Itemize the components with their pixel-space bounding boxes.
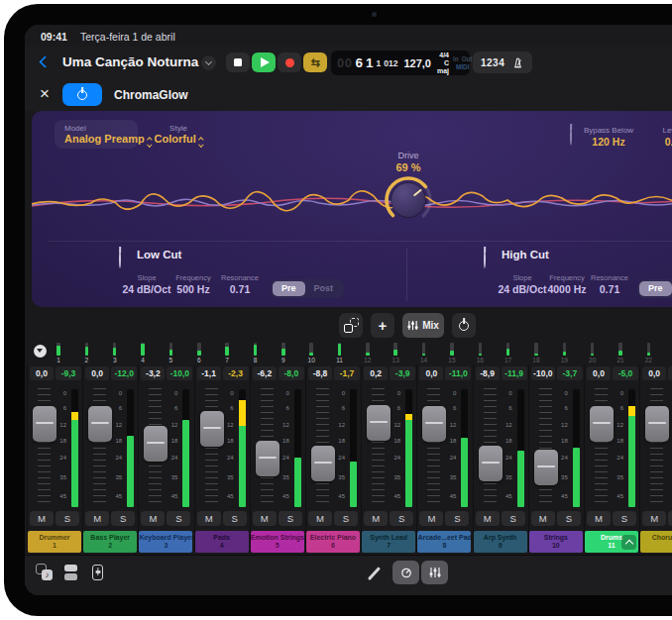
volume-value[interactable]: 0,0	[587, 366, 611, 380]
count-in-button[interactable]: 1234	[481, 57, 504, 68]
low-cut-power-icon[interactable]	[119, 251, 121, 268]
bypass-below-value[interactable]: 120 Hz	[579, 136, 638, 148]
overview-track[interactable]: 3	[105, 343, 125, 365]
mute-button[interactable]: M	[308, 511, 332, 526]
duplicate-button[interactable]	[339, 313, 363, 338]
track-name-label[interactable]: Chorus V	[640, 531, 672, 553]
channel-strip[interactable]: 0,2-3,9061218243545MSSynth Lead7	[362, 364, 417, 552]
fader-handle[interactable]	[534, 450, 558, 485]
mute-button[interactable]: M	[476, 511, 500, 526]
overview-track[interactable]: 21	[611, 343, 630, 365]
solo-button[interactable]: S	[334, 511, 358, 526]
play-button[interactable]	[252, 52, 276, 72]
channel-strip[interactable]: -10,0-3,7061218243545MSStrings10	[529, 364, 585, 552]
channel-strip[interactable]: 0,0-12,0061218243545MSBass Player2	[83, 364, 139, 552]
channel-strip[interactable]: 0,0-9,3061218243545MSDrummer1	[28, 364, 83, 552]
plugin-power-button[interactable]	[62, 83, 102, 106]
volume-value[interactable]: -1,1	[197, 366, 221, 380]
bypass-power-icon[interactable]	[570, 128, 572, 146]
overview-track[interactable]: 14	[414, 343, 434, 365]
fader-handle[interactable]	[479, 446, 503, 481]
peak-value[interactable]: -9,3	[56, 366, 81, 380]
solo-button[interactable]: S	[502, 511, 525, 526]
overview-track[interactable]: 15	[442, 343, 462, 365]
overview-track[interactable]: 7	[217, 343, 237, 365]
volume-value[interactable]: -3,2	[141, 366, 165, 380]
volume-value[interactable]: -8,8	[308, 366, 332, 380]
track-name-label[interactable]: Drums11	[585, 531, 638, 553]
solo-button[interactable]: S	[557, 511, 581, 526]
fader-handle[interactable]	[422, 406, 446, 442]
solo-button[interactable]: S	[56, 511, 79, 526]
pre-button[interactable]: Pre	[639, 281, 672, 296]
solo-button[interactable]: S	[445, 511, 469, 526]
close-icon[interactable]: ×	[40, 83, 50, 105]
high-cut-power-icon[interactable]	[484, 251, 486, 268]
channel-strip[interactable]: -6,2-8,0061218243545MSEmotion Strings5	[251, 364, 306, 552]
peak-value[interactable]: -1,7	[334, 366, 360, 380]
overview-track[interactable]: 19	[554, 343, 574, 365]
pre-button[interactable]: Pre	[273, 281, 305, 296]
volume-value[interactable]: 0,0	[85, 366, 109, 380]
low-cut-resonance-value[interactable]: 0.71	[205, 283, 275, 295]
channel-strip[interactable]: -3,2-10,0061218243545MSKeyboard Player3	[139, 364, 194, 552]
solo-button[interactable]: S	[167, 511, 190, 526]
style-value[interactable]: Colorful	[144, 133, 213, 147]
back-chevron-icon[interactable]	[39, 55, 52, 68]
pencil-icon[interactable]	[368, 567, 381, 580]
knob-view-button[interactable]	[392, 561, 419, 584]
track-name-label[interactable]: Strings10	[529, 531, 583, 553]
song-menu-button[interactable]	[201, 55, 216, 70]
peak-value[interactable]: -11,9	[502, 366, 527, 380]
track-name-label[interactable]: Bass Player2	[83, 531, 137, 553]
volume-value[interactable]: 0,0	[419, 366, 443, 380]
solo-button[interactable]: S	[111, 511, 135, 526]
peak-value[interactable]: -12,0	[111, 366, 137, 380]
track-name-label[interactable]: Emotion Strings5	[251, 531, 304, 553]
stop-button[interactable]	[226, 52, 250, 72]
overview-track[interactable]: 20	[583, 343, 603, 365]
track-name-label[interactable]: Synth Lead7	[362, 531, 415, 553]
fader-view-button[interactable]	[421, 561, 448, 584]
track-name-label[interactable]: Keyboard Player3	[139, 531, 192, 553]
overview-track[interactable]: 1	[49, 343, 68, 365]
mute-button[interactable]: M	[197, 511, 221, 526]
volume-value[interactable]: -8,9	[476, 366, 500, 380]
high-cut-resonance-value[interactable]: 0.71	[575, 283, 644, 295]
overview-track[interactable]: 6	[189, 343, 209, 365]
fader-handle[interactable]	[590, 406, 614, 442]
fader-handle[interactable]	[200, 411, 224, 447]
channel-strip[interactable]: -8,9-11,9061218243545MSArp Synth9	[474, 364, 529, 552]
volume-value[interactable]: 0,2	[364, 366, 388, 380]
peak-value[interactable]: -3,7	[557, 366, 583, 380]
channel-strip[interactable]: -8,8-1,7061218243545MSElectric Piano6	[306, 364, 362, 552]
overview-track[interactable]: 17	[499, 343, 518, 365]
peak-value[interactable]: -8,0	[279, 366, 304, 380]
overview-track[interactable]: 4	[133, 343, 153, 365]
cycle-button[interactable]: ⇆	[303, 52, 327, 72]
song-title[interactable]: Uma Canção Noturna	[62, 54, 198, 69]
track-name-label[interactable]: Electric Piano6	[306, 531, 360, 553]
mute-button[interactable]: M	[253, 511, 277, 526]
channel-strip[interactable]: 0,0-5,0061218243545MSDrums11	[585, 364, 640, 552]
track-name-label[interactable]: Pads4	[195, 531, 249, 553]
mute-button[interactable]: M	[531, 511, 555, 526]
volume-value[interactable]: 0,0	[642, 366, 666, 380]
solo-button[interactable]: S	[279, 511, 302, 526]
fader-handle[interactable]	[33, 406, 56, 442]
fader-handle[interactable]	[256, 441, 280, 476]
overview-track[interactable]: 2	[76, 343, 96, 365]
add-track-button[interactable]: +	[371, 313, 394, 338]
lcd-display[interactable]: 00 6 1 1 012 127,0 4/4 C maj In Out MIDI	[331, 51, 470, 75]
peak-value[interactable]: -2,3	[223, 366, 249, 380]
post-button[interactable]: Post	[305, 281, 343, 296]
mute-button[interactable]: M	[587, 511, 611, 526]
peak-value[interactable]: -11,0	[445, 366, 471, 380]
fader-handle[interactable]	[311, 446, 335, 481]
controls-icon[interactable]	[92, 565, 103, 580]
level-value[interactable]: 0.0	[642, 136, 672, 148]
mute-button[interactable]: M	[419, 511, 443, 526]
fader-handle[interactable]	[88, 406, 112, 442]
peak-value[interactable]: -3,9	[390, 366, 415, 380]
overview-track[interactable]: 9	[274, 343, 293, 365]
